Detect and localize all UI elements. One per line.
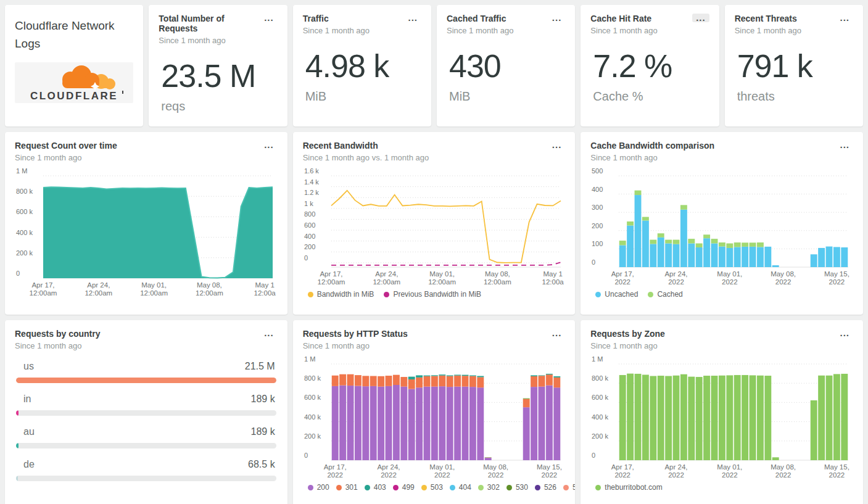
svg-text:2022: 2022: [381, 471, 397, 479]
ellipsis-menu-icon[interactable]: ...: [548, 329, 566, 337]
legend-dot-icon: [648, 292, 653, 297]
stat-card-row: Cloudflare Network Logs CLOUDFLARE: [5, 5, 863, 126]
svg-text:May 08,: May 08,: [771, 270, 796, 278]
legend-item[interactable]: 301: [336, 483, 358, 492]
svg-text:12:00am: 12:00am: [373, 278, 400, 286]
svg-text:2022: 2022: [615, 278, 631, 286]
svg-text:May 01,: May 01,: [429, 270, 455, 278]
request-count-chart[interactable]: 0200 k400 k600 k800 k1 MApr 17,12:00amAp…: [15, 166, 278, 298]
svg-text:200 k: 200 k: [304, 432, 321, 440]
legend-item[interactable]: Bandwidth in MiB: [308, 290, 374, 299]
svg-text:800 k: 800 k: [304, 374, 321, 382]
legend-item[interactable]: 499: [393, 483, 415, 492]
ellipsis-menu-icon[interactable]: ...: [260, 141, 278, 149]
panel-subtitle: Since 1 month ago: [303, 341, 408, 350]
legend-item[interactable]: 404: [450, 483, 471, 492]
ellipsis-menu-icon[interactable]: ...: [836, 14, 853, 22]
stat-value: 7.2 %: [593, 48, 709, 85]
legend-item[interactable]: 526: [535, 483, 556, 492]
chart-legend: theburritobot.com: [590, 483, 853, 492]
panel-title: Request Count over time: [15, 141, 117, 151]
stat-value: 23.5 M: [161, 57, 277, 94]
svg-text:12:00am: 12:00am: [484, 278, 511, 286]
svg-text:500: 500: [592, 167, 603, 175]
panel-subtitle: Since 1 month ago vs. 1 month ago: [303, 153, 429, 162]
svg-text:1 k: 1 k: [304, 200, 313, 207]
legend-dot-icon: [393, 485, 399, 490]
country-bar[interactable]: [16, 410, 19, 416]
legend-label: 526: [544, 483, 556, 492]
svg-text:2022: 2022: [775, 278, 792, 286]
svg-text:May 08,: May 08,: [197, 281, 222, 289]
svg-text:12:00am: 12:00am: [85, 289, 112, 297]
legend-dot-icon: [535, 485, 540, 490]
country-row: us21.5 M: [15, 361, 278, 372]
svg-text:12:00am: 12:00am: [30, 289, 57, 297]
card-subtitle: Since 1 month ago: [159, 36, 260, 45]
svg-text:12:00am: 12:00am: [428, 278, 456, 286]
chart-legend: 200301403499503404302530526524: [303, 483, 566, 492]
legend-item[interactable]: 530: [506, 483, 528, 492]
ellipsis-menu-icon[interactable]: ...: [548, 141, 566, 149]
legend-item[interactable]: Uncached: [595, 290, 638, 299]
panel-subtitle: Since 1 month ago: [15, 341, 100, 350]
country-bar[interactable]: [16, 476, 18, 481]
svg-text:100: 100: [592, 240, 603, 247]
legend-item[interactable]: 503: [421, 483, 443, 492]
country-row: de68.5 k: [15, 459, 278, 470]
svg-text:200 k: 200 k: [592, 432, 608, 440]
legend-label: 524: [572, 483, 575, 492]
legend-item[interactable]: 200: [308, 483, 329, 492]
ellipsis-menu-icon[interactable]: ...: [836, 141, 853, 149]
ellipsis-menu-icon[interactable]: ...: [260, 14, 278, 22]
legend-label: 404: [459, 483, 471, 492]
country-label: in: [23, 394, 31, 405]
svg-text:Apr 17,: Apr 17,: [611, 463, 634, 471]
panel-subtitle: Since 1 month ago: [590, 341, 665, 350]
legend-dot-icon: [450, 485, 455, 490]
svg-text:May 15,: May 15,: [824, 270, 849, 278]
country-label: us: [23, 361, 34, 372]
legend-label: 200: [317, 483, 329, 492]
ellipsis-menu-icon[interactable]: ...: [404, 14, 421, 22]
country-bar[interactable]: [16, 443, 19, 448]
card-title: Traffic: [303, 14, 370, 23]
legend-dot-icon: [506, 485, 512, 490]
country-value: 189 k: [251, 394, 275, 405]
svg-text:400 k: 400 k: [304, 413, 321, 421]
ellipsis-menu-icon[interactable]: ...: [260, 329, 278, 337]
svg-text:200: 200: [304, 243, 315, 250]
legend-label: 503: [431, 483, 443, 492]
stat-unit: Cache %: [593, 89, 709, 104]
svg-text:1 M: 1 M: [592, 355, 603, 363]
legend-label: 302: [487, 483, 500, 492]
legend-item[interactable]: 302: [478, 483, 500, 492]
requests-by-zone-chart[interactable]: 0200 k400 k600 k800 k1 MApr 17,2022Apr 2…: [590, 354, 853, 480]
requests-by-http-status-chart[interactable]: 0200 k400 k600 k800 k1 MApr 17,2022Apr 2…: [303, 354, 566, 480]
card-title: Cache Hit Rate: [590, 14, 657, 23]
country-bar[interactable]: [16, 378, 276, 383]
ellipsis-menu-icon[interactable]: ...: [692, 14, 709, 22]
card-title: Recent Threats: [735, 14, 801, 23]
legend-item[interactable]: Cached: [648, 290, 682, 299]
ellipsis-menu-icon[interactable]: ...: [836, 329, 853, 337]
svg-text:400: 400: [304, 233, 315, 240]
requests-by-country-chart[interactable]: us21.5 Min189 kau189 kde68.5 k: [15, 361, 278, 481]
svg-text:0: 0: [16, 270, 20, 277]
legend-item[interactable]: 403: [365, 483, 386, 492]
svg-text:Apr 24,: Apr 24,: [665, 463, 688, 471]
ellipsis-menu-icon[interactable]: ...: [548, 14, 566, 22]
legend-item[interactable]: theburritobot.com: [595, 483, 662, 492]
legend-item[interactable]: Previous Bandwidth in MiB: [384, 290, 481, 299]
svg-text:Apr 24,: Apr 24,: [665, 270, 688, 278]
svg-text:200 k: 200 k: [16, 249, 33, 257]
cache-bandwidth-chart[interactable]: 0100200300400500Apr 17,2022Apr 24,2022Ma…: [590, 166, 853, 287]
svg-text:12:00am: 12:00am: [317, 278, 345, 286]
stat-card-cached-traffic: Cached Traffic Since 1 month ago ... 430…: [437, 5, 575, 126]
recent-bandwidth-chart[interactable]: 02004006008001 k1.2 k1.4 k1.6 kApr 17,12…: [303, 166, 566, 287]
chart-panel-requests-by-http-status: Requests by HTTP Status Since 1 month ag…: [293, 320, 576, 504]
country-value: 189 k: [251, 426, 275, 437]
legend-item[interactable]: 524: [563, 483, 575, 492]
panel-title: Requests by Zone: [590, 329, 665, 339]
svg-text:400 k: 400 k: [592, 413, 608, 421]
